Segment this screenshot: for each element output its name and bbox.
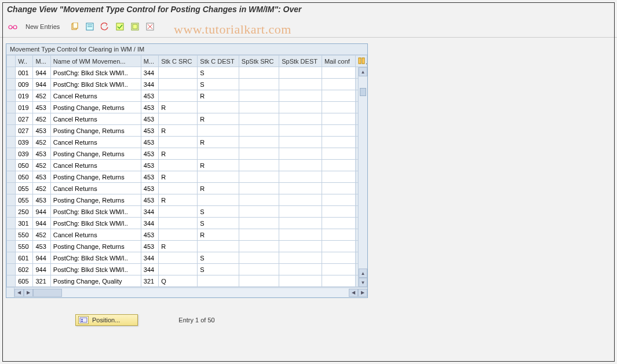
cell-stkcdest[interactable] [198,194,239,206]
cell-spstksrc[interactable] [239,229,279,241]
scroll-left-end-icon[interactable]: ◀ [349,289,358,297]
input-m2[interactable] [144,255,156,262]
scroll-right-icon[interactable]: ▶ [24,289,33,297]
input-m2[interactable] [144,104,156,111]
cell-m[interactable] [33,252,50,264]
column-header-stkcsrc[interactable]: Stk C SRC [159,56,198,67]
input-name[interactable] [53,174,138,181]
cell-spstkdest[interactable] [279,160,322,171]
cell-w[interactable] [16,113,33,125]
input-spstksrc[interactable] [242,139,276,146]
input-m2[interactable] [144,150,156,157]
cell-stkcdest[interactable] [198,183,239,194]
input-m2[interactable] [144,93,156,100]
cell-stkcdest[interactable] [198,275,239,287]
column-header-m[interactable]: M... [33,56,50,67]
input-name[interactable] [53,266,138,273]
cell-spstkdest[interactable] [279,264,322,275]
input-stkcdest[interactable] [200,208,236,215]
cell-name[interactable] [50,102,141,113]
input-m2[interactable] [144,231,156,238]
cell-mail[interactable] [322,206,356,218]
cell-name[interactable] [50,148,141,160]
cell-spstksrc[interactable] [239,264,279,275]
input-m2[interactable] [144,197,156,204]
input-name[interactable] [53,278,138,285]
input-stkcsrc[interactable] [161,208,195,215]
input-stkcdest[interactable] [200,266,236,273]
cell-w[interactable] [16,183,33,194]
cell-w[interactable] [16,252,33,264]
cell-spstkdest[interactable] [279,148,322,160]
cell-spstksrc[interactable] [239,102,279,113]
input-w[interactable] [18,231,30,238]
input-m2[interactable] [144,127,156,134]
row-selector[interactable] [7,171,16,183]
cell-mail[interactable] [322,125,356,137]
column-header-stkcdest[interactable]: Stk C DEST [198,56,239,67]
cell-spstksrc[interactable] [239,148,279,160]
input-w[interactable] [18,266,30,273]
cell-mail[interactable] [322,194,356,206]
input-spstkdest[interactable] [282,255,319,262]
input-mail[interactable] [324,93,353,100]
cell-m[interactable] [33,275,50,287]
cell-name[interactable] [50,125,141,137]
input-stkcdest[interactable] [200,69,236,76]
cell-spstksrc[interactable] [239,137,279,148]
cell-stkcdest[interactable] [198,90,239,102]
row-selector[interactable] [7,183,16,194]
cell-w[interactable] [16,171,33,183]
input-m[interactable] [35,127,48,134]
cell-name[interactable] [50,90,141,102]
input-stkcsrc[interactable] [161,197,195,204]
cell-stkcdest[interactable] [198,264,239,275]
cell-spstkdest[interactable] [279,206,322,218]
cell-name[interactable] [50,137,141,148]
cell-stkcdest[interactable] [198,67,239,79]
input-stkcsrc[interactable] [161,185,195,192]
cell-stkcdest[interactable] [198,252,239,264]
input-m[interactable] [35,255,48,262]
row-selector[interactable] [7,264,16,275]
input-w[interactable] [18,150,30,157]
cell-spstkdest[interactable] [279,125,322,137]
cell-mail[interactable] [322,137,356,148]
input-m2[interactable] [144,139,156,146]
input-m[interactable] [35,69,48,76]
input-stkcsrc[interactable] [161,93,195,100]
cell-name[interactable] [50,218,141,229]
cell-stkcsrc[interactable] [159,206,198,218]
cell-spstksrc[interactable] [239,183,279,194]
input-mail[interactable] [324,255,353,262]
cell-spstksrc[interactable] [239,252,279,264]
input-w[interactable] [18,127,30,134]
input-spstkdest[interactable] [282,93,319,100]
cell-m[interactable] [33,125,50,137]
input-stkcdest[interactable] [200,185,236,192]
input-m2[interactable] [144,174,156,181]
cell-spstksrc[interactable] [239,125,279,137]
input-name[interactable] [53,231,138,238]
cell-m2[interactable] [141,113,158,125]
input-mail[interactable] [324,104,353,111]
input-spstksrc[interactable] [242,197,276,204]
column-header-spstkdest[interactable]: SpStk DEST [279,56,322,67]
cell-spstkdest[interactable] [279,252,322,264]
cell-stkcdest[interactable] [198,79,239,90]
cell-w[interactable] [16,67,33,79]
cell-spstkdest[interactable] [279,183,322,194]
cell-name[interactable] [50,229,141,241]
cell-m2[interactable] [141,67,158,79]
input-name[interactable] [53,139,138,146]
row-selector[interactable] [7,275,16,287]
cell-m2[interactable] [141,264,158,275]
input-m[interactable] [35,208,48,215]
input-spstksrc[interactable] [242,278,276,285]
cell-spstksrc[interactable] [239,90,279,102]
cell-m2[interactable] [141,252,158,264]
cell-mail[interactable] [322,171,356,183]
row-selector[interactable] [7,125,16,137]
input-name[interactable] [53,104,138,111]
input-stkcsrc[interactable] [161,255,195,262]
